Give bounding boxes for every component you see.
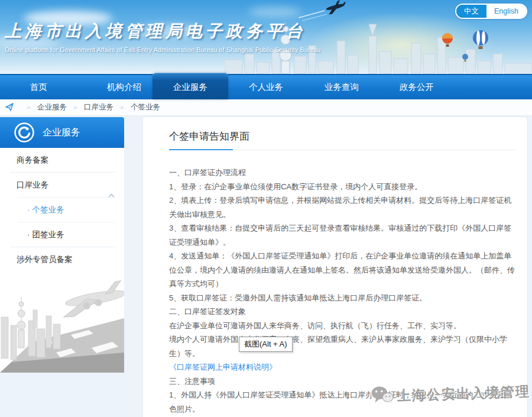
paragraph: 2、填表上传：登录后填写申请信息，并根据网站提示上传相关申请材料。提交后等待上海… bbox=[169, 193, 517, 221]
breadcrumb-individual-visa[interactable]: 个签业务 bbox=[131, 102, 160, 112]
paragraph: 4、发送通知单：《外国人口岸签证受理通知单》打印后，在沪企事业单位邀请的须在通知… bbox=[169, 249, 517, 291]
breadcrumb-separator: ＞ bbox=[72, 103, 79, 112]
nav-personal[interactable]: 个人业务 bbox=[239, 75, 293, 99]
screenshot-tooltip: 截图(Alt + A) bbox=[239, 337, 293, 352]
sidebar-item-port-business[interactable]: 口岸业务 bbox=[0, 173, 124, 197]
paragraph: 二、口岸签证签发对象 bbox=[169, 305, 517, 319]
paragraph: 一、口岸签证办理流程 bbox=[169, 166, 517, 180]
breadcrumb-port[interactable]: 口岸业务 bbox=[84, 102, 113, 112]
sidebar-item-label: 口岸业务 bbox=[17, 180, 48, 189]
main-nav: 首页 机构介绍 企业服务 个人业务 业务查询 政务公开 bbox=[0, 74, 532, 99]
breadcrumb: ＞ 企业服务 ＞ 口岸业务 ＞ 个签业务 bbox=[0, 99, 532, 116]
bullet-icon: · bbox=[27, 205, 30, 214]
breadcrumb-separator: ＞ bbox=[119, 103, 125, 112]
page-title: 个签申请告知界面 bbox=[169, 130, 515, 150]
nav-home[interactable]: 首页 bbox=[18, 75, 59, 99]
breadcrumb-separator: ＞ bbox=[25, 103, 32, 112]
nav-enterprise[interactable]: 企业服务 bbox=[153, 75, 228, 99]
material-description-link[interactable]: 《口岸签证网上申请材料说明》 bbox=[169, 363, 277, 371]
hot-air-balloons-icon bbox=[434, 28, 502, 63]
sidebar-item-business-filing[interactable]: 商务备案 bbox=[0, 148, 124, 172]
sidebar-item-label: 团签业务 bbox=[33, 230, 64, 239]
paper-plane-icon bbox=[5, 103, 14, 112]
language-toggle: 中文 English bbox=[455, 4, 527, 19]
paragraph: 3、查看审核结果：自提交申请后的三天起可登录查看审核结果。审核通过的下载打印《外… bbox=[169, 221, 517, 249]
airplane-city-illustration bbox=[0, 264, 124, 373]
bullet-icon: · bbox=[27, 230, 30, 239]
notes-heading: 三、注意事项 bbox=[169, 374, 517, 389]
enterprise-services-icon bbox=[13, 121, 35, 144]
nav-disclosure[interactable]: 政务公开 bbox=[390, 75, 443, 99]
nav-about[interactable]: 机构介绍 bbox=[98, 75, 151, 99]
sidebar-header-label: 企业服务 bbox=[43, 127, 80, 139]
sidebar-header: 企业服务 bbox=[0, 117, 124, 148]
site-subtitle: Online platform for Government Affairs o… bbox=[5, 46, 321, 53]
airplane-icon bbox=[299, 0, 346, 21]
sidebar-item-label: 个签业务 bbox=[33, 205, 64, 214]
page: 上海市出入境管理局电子政务平台 Online platform for Gove… bbox=[0, 0, 532, 417]
cloud bbox=[248, 7, 301, 17]
paragraph: 5、获取口岸签证：受邀外国人需持该通知单抵达上海口岸后办理口岸签证。 bbox=[169, 291, 517, 305]
sidebar-menu: 商务备案 口岸业务 ·个签业务 ·团签业务 涉外专管员备案 bbox=[0, 148, 124, 272]
note: 1、外国人持《外国人口岸签证受理通知单》抵达上海口岸办理签证时，须提供一张近期的… bbox=[169, 388, 517, 416]
sidebar-item-group-visa[interactable]: ·团签业务 bbox=[0, 222, 124, 247]
main-panel: 个签申请告知界面 一、口岸签证办理流程 1、登录：在沪企事业单位须使用CA数字证… bbox=[142, 117, 528, 417]
paragraph: 在沪企事业单位可邀请外国人来华商务、访问、执行航（飞）行任务、工作、实习等。 bbox=[169, 319, 517, 333]
site-title: 上海市出入境管理局电子政务平台 bbox=[5, 20, 306, 43]
lang-english-button[interactable]: English bbox=[486, 5, 526, 18]
notice-content: 一、口岸签证办理流程 1、登录：在沪企事业单位须使用CA数字证书登录，境内个人可… bbox=[169, 166, 517, 417]
breadcrumb-enterprise[interactable]: 企业服务 bbox=[37, 102, 67, 112]
site-header: 上海市出入境管理局电子政务平台 Online platform for Gove… bbox=[0, 0, 532, 74]
lang-chinese-button[interactable]: 中文 bbox=[456, 5, 486, 18]
sidebar-item-label: 涉外专管员备案 bbox=[17, 255, 73, 264]
paragraph: 境内个人可邀请外国人来华探亲、奔丧、探望危重病人、来沪从事家政服务、来沪学习（仅… bbox=[169, 332, 517, 360]
paragraph: 1、登录：在沪企事业单位须使用CA数字证书登录，境内个人可直接登录。 bbox=[169, 180, 517, 194]
nav-query[interactable]: 业务查询 bbox=[315, 75, 368, 99]
sidebar-item-label: 商务备案 bbox=[17, 156, 48, 164]
sidebar-item-individual-visa[interactable]: ·个签业务 bbox=[0, 198, 124, 222]
